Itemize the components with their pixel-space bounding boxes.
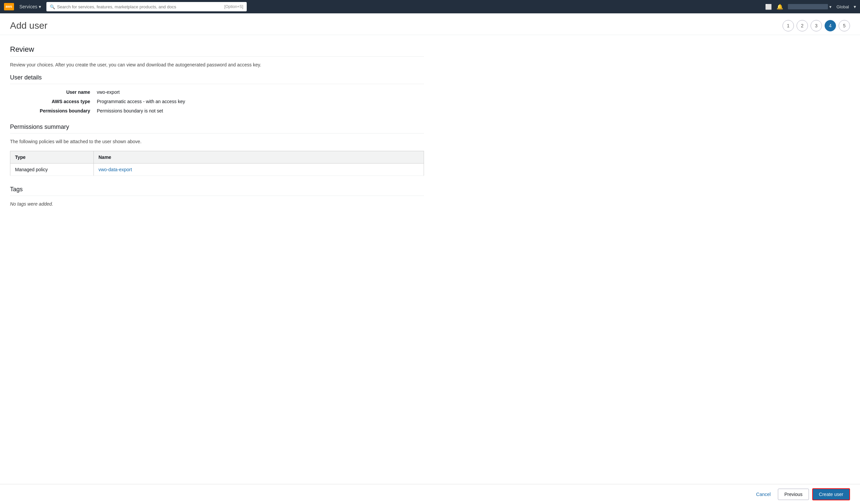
search-shortcut: [Option+S] <box>224 4 243 9</box>
svg-text:aws: aws <box>6 5 12 8</box>
page-header: Add user 1 2 3 4 5 <box>0 13 860 35</box>
user-name-row: User name vwo-export <box>23 89 424 95</box>
step-1[interactable]: 1 <box>783 20 794 31</box>
review-section: Review Review your choices. After you cr… <box>10 45 424 68</box>
account-chevron-icon: ▾ <box>829 4 832 9</box>
global-region-label[interactable]: Global <box>836 4 849 9</box>
account-name-placeholder <box>788 4 828 9</box>
no-tags-message: No tags were added. <box>10 201 424 206</box>
bottom-bar: Cancel Previous Create user <box>0 484 860 504</box>
tags-divider <box>10 196 424 196</box>
region-chevron-icon: ▾ <box>854 4 856 9</box>
review-divider <box>10 56 424 57</box>
aws-access-type-row: AWS access type Programmatic access - wi… <box>23 99 424 104</box>
permissions-boundary-row: Permissions boundary Permissions boundar… <box>23 108 424 114</box>
user-details-title: User details <box>10 74 424 81</box>
search-input[interactable] <box>57 4 223 9</box>
global-search[interactable]: 🔍 [Option+S] <box>46 2 247 11</box>
page-title: Add user <box>10 20 47 31</box>
account-menu[interactable]: ▾ <box>788 4 832 9</box>
services-chevron-icon: ▾ <box>39 4 41 9</box>
col-name-header: Name <box>94 151 424 163</box>
step-4[interactable]: 4 <box>825 20 836 31</box>
previous-button[interactable]: Previous <box>778 489 808 500</box>
aws-logo[interactable]: aws <box>4 3 14 10</box>
policy-type-cell: Managed policy <box>10 163 94 176</box>
aws-access-type-value: Programmatic access - with an access key <box>97 99 185 104</box>
services-menu-button[interactable]: Services ▾ <box>17 4 43 9</box>
permissions-summary-divider <box>10 133 424 133</box>
policy-link[interactable]: vwo-data-export <box>99 167 132 172</box>
tags-title: Tags <box>10 186 424 193</box>
permissions-boundary-label: Permissions boundary <box>23 108 90 114</box>
user-name-value: vwo-export <box>97 89 119 95</box>
main-wrapper: Add user 1 2 3 4 5 Review Review your ch <box>0 13 860 504</box>
tags-section: Tags No tags were added. <box>10 186 424 206</box>
user-details-table: User name vwo-export AWS access type Pro… <box>23 89 424 114</box>
services-label: Services <box>19 4 38 9</box>
cancel-button[interactable]: Cancel <box>752 489 775 500</box>
step-indicators: 1 2 3 4 5 <box>783 20 850 31</box>
step-5[interactable]: 5 <box>838 20 850 31</box>
step-4-label: 4 <box>829 23 832 28</box>
step-1-label: 1 <box>787 23 790 28</box>
col-type-header: Type <box>10 151 94 163</box>
permissions-summary-title: Permissions summary <box>10 124 424 130</box>
permissions-boundary-value: Permissions boundary is not set <box>97 108 163 114</box>
terminal-icon[interactable]: ⬜ <box>765 4 772 10</box>
aws-logo-box: aws <box>4 3 14 10</box>
review-description: Review your choices. After you create th… <box>10 62 424 68</box>
nav-right-section: ⬜ 🔔 ▾ Global ▾ <box>765 4 856 10</box>
step-2[interactable]: 2 <box>797 20 808 31</box>
user-name-label: User name <box>23 89 90 95</box>
step-2-label: 2 <box>801 23 804 28</box>
permissions-summary-description: The following policies will be attached … <box>10 139 424 144</box>
table-row: Managed policy vwo-data-export <box>10 163 424 176</box>
bell-icon[interactable]: 🔔 <box>776 4 783 10</box>
create-user-button[interactable]: Create user <box>812 488 850 500</box>
step-3[interactable]: 3 <box>811 20 822 31</box>
step-3-label: 3 <box>815 23 818 28</box>
search-icon: 🔍 <box>50 4 55 9</box>
top-navigation: aws Services ▾ 🔍 [Option+S] ⬜ 🔔 ▾ Global… <box>0 0 860 13</box>
policy-name-cell: vwo-data-export <box>94 163 424 176</box>
review-section-title: Review <box>10 45 424 54</box>
content-area: Review Review your choices. After you cr… <box>0 35 434 227</box>
aws-access-type-label: AWS access type <box>23 99 90 104</box>
user-details-section: User details User name vwo-export AWS ac… <box>10 74 424 114</box>
permissions-table: Type Name Managed policy vwo-data-export <box>10 151 424 176</box>
step-5-label: 5 <box>843 23 846 28</box>
permissions-summary-section: Permissions summary The following polici… <box>10 124 424 176</box>
